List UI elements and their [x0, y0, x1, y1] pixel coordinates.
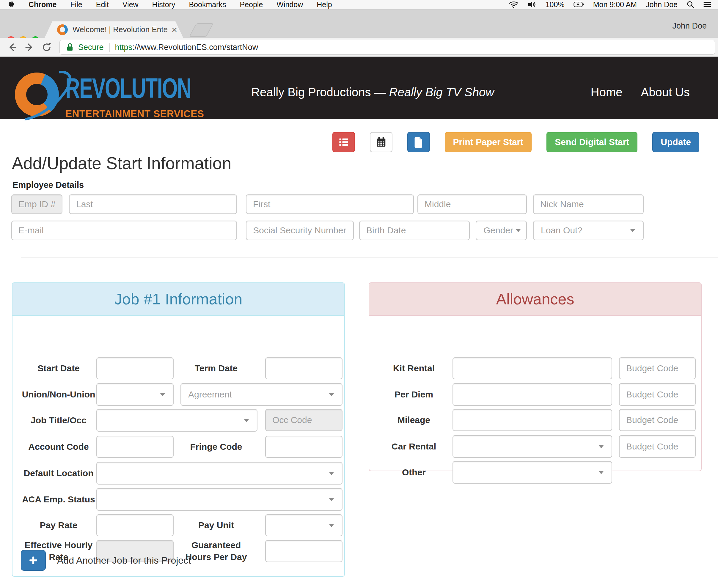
add-job-button[interactable]	[21, 550, 46, 571]
tab-favicon-icon	[57, 24, 68, 35]
pay-rate-field[interactable]	[96, 514, 174, 536]
menubar-item-help[interactable]: Help	[317, 0, 332, 9]
menubar-clock[interactable]: Mon 9:00 AM	[593, 0, 637, 9]
secure-lock-icon[interactable]	[66, 43, 74, 52]
occ-code-field[interactable]	[265, 409, 342, 431]
browser-tab[interactable]: Welcome! | Revolution Entertai ×	[45, 21, 183, 38]
job-title-label: Job Title/Occ	[18, 409, 99, 432]
omnibox-divider	[109, 43, 110, 52]
nav-about-us[interactable]: About Us	[641, 86, 690, 99]
first-name-field[interactable]	[246, 194, 414, 214]
menubar-item-chrome[interactable]: Chrome	[28, 0, 57, 9]
last-name-field[interactable]	[69, 194, 237, 214]
mileage-budget-code-field[interactable]	[619, 409, 696, 431]
middle-name-field[interactable]	[417, 194, 527, 214]
list-view-button[interactable]	[332, 132, 355, 152]
aca-status-select[interactable]	[96, 488, 342, 511]
account-code-label: Account Code	[18, 436, 99, 458]
menubar-item-window[interactable]: Window	[276, 0, 303, 9]
volume-icon[interactable]	[528, 1, 537, 8]
menubar-item-file[interactable]: File	[70, 0, 82, 9]
account-code-field[interactable]	[96, 436, 174, 458]
file-icon	[414, 136, 424, 148]
gender-select[interactable]: Gender	[476, 220, 527, 240]
menubar-item-history[interactable]: History	[152, 0, 175, 9]
allowances-panel-title: Allowances	[369, 283, 701, 316]
spotlight-search-icon[interactable]	[687, 1, 694, 8]
back-icon[interactable]	[5, 40, 19, 54]
pay-rate-label: Pay Rate	[18, 514, 99, 536]
project-title: Really Big Productions —Really Big TV Sh…	[251, 86, 494, 99]
site-logo[interactable]: REVOLUTION ENTERTAINMENT SERVICES	[15, 57, 199, 119]
screen: Chrome File Edit View History Bookmarks …	[0, 0, 718, 588]
default-location-label: Default Location	[18, 462, 99, 485]
update-button[interactable]: Update	[652, 132, 699, 152]
per-diem-label: Per Diem	[375, 383, 452, 406]
chevron-down-icon	[329, 498, 334, 501]
loan-out-select[interactable]: Loan Out?	[533, 220, 644, 240]
birth-date-field[interactable]	[359, 220, 470, 240]
default-location-select[interactable]	[96, 462, 342, 485]
car-rental-select[interactable]	[452, 435, 612, 458]
fringe-code-label: Fringe Code	[179, 436, 253, 458]
kit-rental-label: Kit Rental	[375, 357, 452, 379]
chevron-down-icon	[598, 471, 604, 474]
job-title-select[interactable]	[96, 409, 257, 432]
term-date-field[interactable]	[265, 357, 342, 379]
guaranteed-hours-field[interactable]	[265, 540, 342, 562]
macos-menubar: Chrome File Edit View History Bookmarks …	[0, 0, 718, 9]
show-name: Really Big TV Show	[389, 86, 494, 99]
gender-placeholder: Gender	[476, 225, 513, 235]
menubar-item-edit[interactable]: Edit	[96, 0, 109, 9]
header-nav: Home About Us	[591, 86, 690, 99]
union-select[interactable]	[96, 383, 174, 406]
forward-icon[interactable]	[23, 40, 36, 54]
other-select[interactable]	[452, 461, 612, 484]
chevron-down-icon	[598, 445, 604, 448]
nick-name-field[interactable]	[533, 194, 644, 214]
brand-name: REVOLUTION	[65, 74, 191, 102]
menubar-item-bookmarks[interactable]: Bookmarks	[189, 0, 226, 9]
kit-rental-budget-code-field[interactable]	[619, 357, 696, 379]
notification-center-icon[interactable]	[703, 1, 712, 8]
mileage-field[interactable]	[452, 409, 612, 431]
fringe-code-field[interactable]	[265, 436, 342, 458]
add-job-label: Add Another Job for this Project	[57, 550, 191, 571]
per-diem-budget-code-field[interactable]	[619, 383, 696, 406]
ssn-field[interactable]	[246, 220, 354, 240]
wifi-icon[interactable]	[509, 1, 519, 8]
document-button[interactable]	[407, 132, 430, 152]
tab-close-icon[interactable]: ×	[172, 25, 177, 35]
agreement-select[interactable]: Agreement	[181, 383, 342, 406]
loan-out-placeholder: Loan Out?	[534, 225, 583, 235]
list-icon	[338, 137, 349, 147]
reload-icon[interactable]	[40, 40, 54, 54]
print-paper-start-button[interactable]: Print Paper Start	[445, 132, 532, 152]
menubar-item-view[interactable]: View	[123, 0, 139, 9]
pay-unit-select[interactable]	[265, 514, 342, 536]
start-date-field[interactable]	[96, 357, 174, 379]
menubar-user[interactable]: John Doe	[646, 0, 678, 9]
apple-icon[interactable]	[8, 0, 15, 8]
allowances-panel: Allowances Kit Rental Per Diem Mileage C…	[369, 282, 702, 471]
car-rental-budget-code-field[interactable]	[619, 435, 696, 458]
job-info-panel: Job #1 Information Start Date Term Date …	[12, 282, 345, 577]
emp-id-field[interactable]	[11, 194, 62, 214]
url-text[interactable]: https://www.RevolutionES.com/startNow	[115, 43, 258, 52]
battery-icon[interactable]	[573, 1, 584, 8]
send-digital-start-button[interactable]: Send Digital Start	[546, 132, 637, 152]
aca-status-label: ACA Emp. Status	[18, 488, 99, 511]
chevron-down-icon	[244, 419, 249, 422]
chrome-profile-name[interactable]: John Doe	[672, 21, 707, 30]
new-tab-button[interactable]	[189, 23, 213, 37]
job-panel-title: Job #1 Information	[13, 283, 344, 316]
kit-rental-field[interactable]	[452, 357, 612, 379]
menubar-item-people[interactable]: People	[240, 0, 263, 9]
calendar-button[interactable]	[370, 132, 393, 152]
per-diem-field[interactable]	[452, 383, 612, 406]
address-bar[interactable]: Secure https://www.RevolutionES.com/star…	[60, 40, 715, 55]
url-rest: ://www.RevolutionES.com/startNow	[132, 43, 258, 52]
nav-home[interactable]: Home	[591, 86, 622, 99]
email-field[interactable]	[11, 220, 237, 240]
url-scheme: https	[115, 43, 133, 52]
